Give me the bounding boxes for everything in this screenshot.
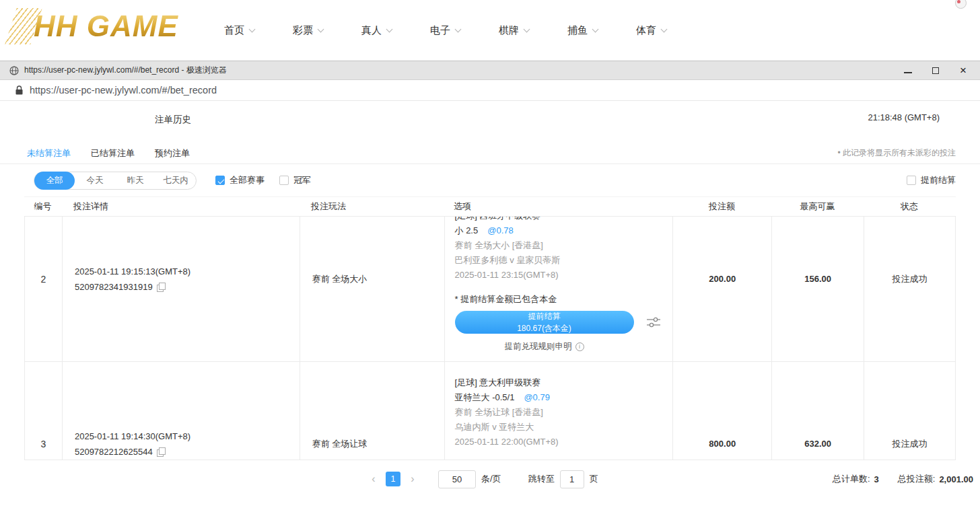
cell-no: 2 <box>25 217 62 361</box>
cell-status: 投注成功 <box>864 217 955 361</box>
cashout-amount: 180.67(含本金) <box>517 323 571 334</box>
nav-item-home[interactable]: 首页 <box>224 24 254 37</box>
cell-status: 投注成功 <box>864 362 955 460</box>
cell-maxwin: 632.00 <box>771 362 864 460</box>
nav-item-slots[interactable]: 电子 <box>430 24 460 37</box>
browser-addressbar[interactable]: https://user-pc-new.jylywl.com/#/bet_rec… <box>0 80 980 101</box>
checkbox-unchecked-icon <box>907 176 916 185</box>
jump-label: 跳转至 <box>528 473 555 485</box>
total-count: 3 <box>874 474 879 484</box>
close-button[interactable]: × <box>958 66 968 75</box>
tab-settled[interactable]: 已结算注单 <box>91 147 135 159</box>
clock: 21:18:48 (GMT+8) <box>868 112 940 122</box>
option-odds: @0.79 <box>524 392 550 402</box>
nav-label: 棋牌 <box>499 24 519 37</box>
status-badge: 投注成功 <box>893 273 928 285</box>
option-match: 乌迪内斯 v 亚特兰大 <box>455 420 663 435</box>
range-all[interactable]: 全部 <box>34 172 75 190</box>
checkbox-champion[interactable]: 冠军 <box>279 174 311 186</box>
cell-play: 赛前 全场让球 <box>300 362 444 460</box>
record-tabs: 未结算注单 已结算注单 预约注单 • 此记录将显示所有未派彩的投注 <box>0 143 980 164</box>
tabs-note: • 此记录将显示所有未派彩的投注 <box>837 147 956 159</box>
table-row: 3 2025-01-11 19:14:30(GMT+8) 52097822126… <box>25 362 955 460</box>
header-play: 投注玩法 <box>299 200 444 213</box>
play-type: 赛前 全场让球 <box>300 436 444 451</box>
cell-detail: 2025-01-11 19:14:30(GMT+8) 5209782212625… <box>62 362 300 460</box>
page-size-suffix: 条/页 <box>481 473 501 485</box>
tab-reserved[interactable]: 预约注单 <box>155 147 190 159</box>
floating-ball-icon[interactable] <box>955 0 967 9</box>
play-type: 赛前 全场大小 <box>300 271 444 287</box>
copy-icon[interactable] <box>157 283 166 291</box>
checkbox-label: 提前结算 <box>921 174 956 186</box>
nav-item-cards[interactable]: 棋牌 <box>499 24 529 37</box>
copy-icon[interactable] <box>157 447 166 456</box>
page-size-input[interactable] <box>438 470 476 488</box>
nav-label: 彩票 <box>293 24 313 37</box>
bet-time: 2025-01-11 19:14:30(GMT+8) <box>63 429 300 444</box>
header-maxwin: 最高可赢 <box>771 200 864 213</box>
cashout-button[interactable]: 提前结算 180.67(含本金) <box>455 311 634 334</box>
nav-item-sports[interactable]: 体育 <box>636 24 666 37</box>
chevron-down-icon <box>661 26 668 32</box>
option-match: 巴利亚多利德 v 皇家贝蒂斯 <box>455 253 663 268</box>
principal-note: * 提前结算金额已包含本金 <box>455 292 663 307</box>
header-option: 选项 <box>444 200 672 213</box>
chevron-down-icon <box>592 26 599 32</box>
checkbox-all-events[interactable]: 全部赛事 <box>215 174 265 186</box>
minimize-button[interactable] <box>903 66 913 75</box>
header-amount: 投注额 <box>672 200 771 213</box>
option-league: [足球] 意大利甲级联赛 <box>455 375 663 390</box>
option-league: [足球] 西班牙甲级联赛 <box>455 217 663 223</box>
total-amount-label: 总投注额: <box>898 473 936 485</box>
nav-item-fishing[interactable]: 捕鱼 <box>567 24 598 37</box>
tab-unsettled[interactable]: 未结算注单 <box>27 147 71 159</box>
window-title: https://user-pc-new.jylywl.com/#/bet_rec… <box>24 65 227 76</box>
maximize-button[interactable] <box>931 66 940 75</box>
cell-amount: 200.00 <box>672 217 771 361</box>
cell-amount: 800.00 <box>672 362 771 460</box>
bet-no: 3 <box>41 439 46 449</box>
nav-item-live[interactable]: 真人 <box>361 24 392 37</box>
jump-suffix: 页 <box>590 473 598 485</box>
page-number-button[interactable]: 1 <box>386 472 400 486</box>
cashout-rules-link[interactable]: 提前兑现规则申明 <box>455 339 634 354</box>
cell-no: 3 <box>25 362 62 460</box>
nav-label: 首页 <box>224 24 244 37</box>
date-range-group: 全部 今天 昨天 七天内 <box>34 172 197 190</box>
header-detail: 投注详情 <box>61 200 299 213</box>
rules-label: 提前兑现规则申明 <box>505 339 572 354</box>
globe-icon <box>9 66 19 75</box>
range-yesterday[interactable]: 昨天 <box>115 172 155 189</box>
bet-table: 编号 投注详情 投注玩法 选项 投注额 最高可赢 状态 2 2025-01-11… <box>24 196 956 460</box>
bet-amount: 200.00 <box>709 274 736 284</box>
cell-option: [足球] 西班牙甲级联赛 小 2.5@0.78 赛前 全场大小 [香港盘] 巴利… <box>444 217 673 361</box>
nav-item-lottery[interactable]: 彩票 <box>293 24 323 37</box>
table-row: 2 2025-01-11 19:15:13(GMT+8) 52097823419… <box>25 217 955 362</box>
checkbox-label: 全部赛事 <box>230 174 265 186</box>
chevron-down-icon <box>386 26 393 32</box>
bet-no: 2 <box>41 274 46 285</box>
option-match-time: 2025-01-11 22:00(GMT+8) <box>455 435 663 449</box>
range-7days[interactable]: 七天内 <box>155 172 196 189</box>
bet-time: 2025-01-11 19:15:13(GMT+8) <box>63 264 300 279</box>
range-today[interactable]: 今天 <box>75 172 115 189</box>
site-logo: HH GAME <box>11 8 178 44</box>
checkbox-label: 冠军 <box>293 174 311 186</box>
jump-page-input[interactable] <box>560 470 584 488</box>
option-market: 赛前 全场让球 [香港盘] <box>455 405 663 420</box>
slider-settings-icon[interactable] <box>646 316 661 328</box>
option-odds: @0.78 <box>487 225 514 235</box>
chevron-down-icon <box>318 26 324 32</box>
bet-amount: 800.00 <box>709 439 736 449</box>
filter-bar: 全部 今天 昨天 七天内 全部赛事 冠军 提前结算 <box>0 164 980 196</box>
prev-page-button[interactable]: ‹ <box>367 473 380 485</box>
logo-text: HH GAME <box>34 9 178 43</box>
checkbox-early-settle[interactable]: 提前结算 <box>907 174 956 186</box>
next-page-button[interactable]: › <box>406 473 419 485</box>
site-header: HH GAME 首页 彩票 真人 电子 棋牌 捕鱼 体育 <box>0 0 980 61</box>
window-controls: × <box>903 66 968 75</box>
cashout-label: 提前结算 <box>528 311 561 322</box>
status-badge: 投注成功 <box>893 438 928 450</box>
max-win: 156.00 <box>804 274 831 284</box>
